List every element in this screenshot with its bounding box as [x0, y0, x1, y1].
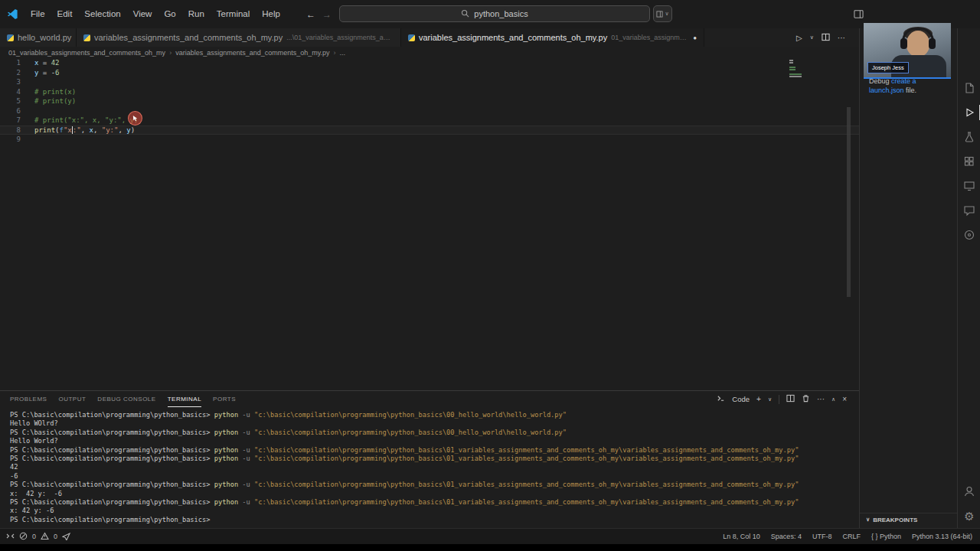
line-code: # print("x:", x, "y:", y) [34, 116, 138, 126]
kill-terminal-icon[interactable] [802, 394, 810, 404]
maximize-panel-icon[interactable]: ∧ [831, 396, 835, 403]
terminal-output[interactable]: PS C:\basic\compilation\programming\pyth… [0, 407, 859, 524]
menu-view[interactable]: View [127, 0, 158, 28]
code-editor[interactable]: 1x = 422y = -634# print(x)5# print(y)67#… [0, 58, 859, 390]
editor-scrollbar[interactable] [847, 107, 851, 297]
panel-tab-terminal[interactable]: TERMINAL [168, 391, 201, 407]
vscode-window: FileEditSelectionViewGoRunTerminalHelp ←… [0, 0, 980, 544]
split-terminal-icon[interactable] [786, 394, 795, 404]
python-file-icon [7, 34, 14, 41]
remote-icon[interactable] [6, 532, 15, 542]
menu-file[interactable]: File [24, 0, 51, 28]
line-code: # print(y) [34, 96, 76, 106]
breadcrumb-item[interactable]: variables_assignments_and_comments_oh_my… [175, 49, 329, 57]
search-input[interactable]: python_basics [339, 5, 650, 22]
menu-terminal[interactable]: Terminal [211, 0, 256, 28]
breadcrumb[interactable]: 01_variables_assignments_and_comments_oh… [0, 47, 859, 58]
rocket-icon[interactable] [62, 532, 70, 542]
run-debug-icon[interactable] [958, 100, 980, 125]
layout-control[interactable]: ∨ [653, 5, 672, 22]
code-line[interactable]: 5# print(y) [0, 96, 859, 106]
titlebar-actions [854, 8, 864, 22]
breadcrumb-item[interactable]: ... [340, 49, 346, 57]
errors-icon[interactable] [19, 532, 28, 542]
line-code: y = -6 [34, 68, 60, 78]
tab-label: variables_assignments_and_comments_oh_my… [94, 33, 283, 42]
menu-help[interactable]: Help [256, 0, 286, 28]
extensions-icon[interactable] [958, 149, 980, 174]
remote-explorer-icon[interactable] [958, 174, 980, 198]
panel-tab-ports[interactable]: PORTS [213, 391, 236, 407]
terminal-line: x: 42 y: -6 [10, 507, 859, 515]
status-item[interactable]: { } Python [871, 533, 901, 540]
panel-more-icon[interactable]: ··· [817, 395, 825, 403]
breadcrumb-item[interactable]: 01_variables_assignments_and_comments_oh… [8, 49, 165, 57]
line-code: print(f"x:", x, "y:", y) [34, 126, 135, 135]
activity-bar: ⚙ [957, 28, 980, 528]
menu-go[interactable]: Go [158, 0, 181, 28]
new-terminal-icon[interactable]: + [756, 395, 761, 403]
line-number: 6 [0, 106, 21, 116]
panel-tab-output[interactable]: OUTPUT [58, 391, 86, 407]
search-value: python_basics [474, 9, 528, 18]
status-bar: 0 0 Ln 8, Col 10Spaces: 4UTF-8CRLF{ } Py… [0, 528, 980, 544]
history-nav: ← → [306, 0, 332, 28]
line-code: x = 42 [34, 58, 60, 68]
run-debug-sidebar: ∨ RUN AND DEBUG To customize Run and Deb… [859, 28, 957, 528]
error-count[interactable]: 0 [32, 533, 36, 540]
status-item[interactable]: Python 3.13 (64-bit) [912, 533, 972, 540]
code-line[interactable]: 3 [0, 77, 859, 87]
forward-arrow-icon: → [322, 9, 332, 20]
terminal-line: PS C:\basic\compilation\programming\pyth… [10, 481, 859, 489]
status-item[interactable]: UTF-8 [812, 533, 832, 540]
terminal-line: PS C:\basic\compilation\programming\pyth… [10, 455, 859, 463]
panel-tab-debug-console[interactable]: DEBUG CONSOLE [97, 391, 155, 407]
minimap-line [789, 60, 793, 61]
code-line[interactable]: 2y = -6 [0, 68, 859, 78]
menu-run[interactable]: Run [182, 0, 211, 28]
warning-count[interactable]: 0 [54, 533, 57, 540]
live-share-icon[interactable] [958, 223, 980, 247]
settings-gear-icon[interactable]: ⚙ [958, 504, 980, 528]
terminal-profile-dropdown-icon[interactable]: ∨ [768, 396, 772, 403]
status-item[interactable]: Spaces: 4 [771, 533, 802, 540]
explorer-icon[interactable] [958, 76, 980, 100]
warnings-icon[interactable] [41, 532, 49, 542]
code-line[interactable]: 4# print(x) [0, 87, 859, 97]
run-dropdown-icon[interactable]: ∨ [810, 34, 814, 41]
status-left: 0 0 [0, 532, 70, 542]
status-item[interactable]: CRLF [842, 533, 861, 540]
menu-bar: FileEditSelectionViewGoRunTerminalHelp [24, 0, 286, 28]
terminal-shell-label[interactable]: Code [732, 395, 750, 403]
tab-3[interactable]: variables_assignments_and_comments_oh_my… [401, 28, 704, 47]
terminal-line: PS C:\basic\compilation\programming\pyth… [10, 516, 859, 524]
line-code: # print(x) [34, 87, 76, 97]
menu-selection[interactable]: Selection [78, 0, 126, 28]
tab-1[interactable]: hello_world.py [0, 28, 77, 47]
split-editor-icon[interactable] [822, 33, 830, 43]
back-arrow-icon[interactable]: ← [306, 9, 315, 20]
terminal-controls: Code + ∨ ··· ∧ × [717, 391, 847, 407]
minimap-line [789, 73, 802, 75]
panel-layout-icon[interactable] [854, 8, 864, 22]
menu-edit[interactable]: Edit [51, 0, 79, 28]
breakpoints-section-header[interactable]: ∨ BREAKPOINTS [860, 513, 957, 526]
vscode-logo [7, 8, 18, 20]
code-line[interactable]: 9 [0, 135, 859, 145]
more-actions-icon[interactable]: ··· [838, 34, 845, 42]
minimap[interactable] [789, 60, 803, 80]
tab-2[interactable]: variables_assignments_and_comments_oh_my… [77, 28, 401, 47]
accounts-icon[interactable] [958, 479, 980, 504]
python-file-icon [83, 34, 90, 41]
testing-icon[interactable] [958, 125, 980, 149]
chevron-down-icon: ∨ [866, 517, 870, 523]
status-item[interactable]: Ln 8, Col 10 [723, 533, 760, 540]
chat-icon[interactable] [958, 198, 980, 223]
code-line[interactable]: 1x = 42 [0, 58, 859, 68]
panel-tab-problems[interactable]: PROBLEMS [10, 391, 47, 407]
code-line[interactable]: 8print(f"x:", x, "y:", y) [0, 126, 859, 135]
line-number: 5 [0, 96, 21, 106]
line-number: 9 [0, 135, 21, 145]
run-button[interactable]: ▷ [796, 34, 802, 42]
close-panel-icon[interactable]: × [842, 395, 847, 403]
